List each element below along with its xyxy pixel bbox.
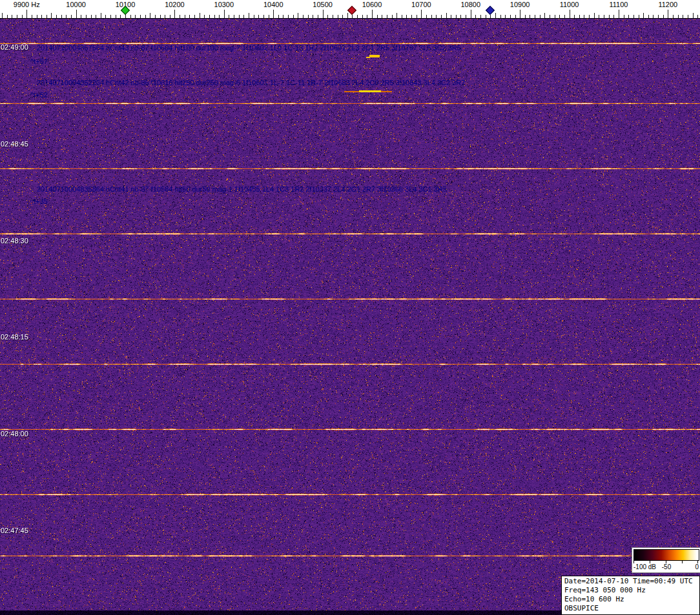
ruler-tick — [234, 15, 234, 18]
ruler-tick — [411, 15, 412, 18]
ruler-tick — [189, 15, 190, 18]
blue-diamond-icon[interactable] — [486, 6, 495, 15]
ruler-tick — [624, 15, 624, 18]
ruler-tick — [46, 15, 47, 18]
ruler-tick — [683, 15, 683, 18]
ruler-tick — [372, 10, 373, 18]
ruler-tick — [387, 15, 387, 18]
ruler-tick — [599, 15, 599, 18]
ruler-tick — [613, 15, 614, 18]
info-echo-frequency: Echo=10 600 Hz — [564, 595, 697, 604]
ruler-tick — [269, 15, 269, 18]
ruler-tick — [505, 15, 506, 18]
ruler-tick — [347, 13, 348, 18]
ruler-tick — [362, 15, 363, 18]
ruler-tick — [120, 15, 121, 18]
ruler-tick — [441, 15, 442, 18]
legend-tick — [697, 561, 698, 563]
ruler-tick — [61, 15, 62, 18]
ruler-tick — [480, 15, 481, 18]
ruler-tick — [194, 15, 195, 18]
ruler-tick — [460, 15, 461, 18]
spectrogram-canvas[interactable] — [0, 18, 700, 615]
ruler-tick — [170, 15, 170, 18]
ruler-tick — [653, 15, 654, 18]
ruler-tick — [333, 15, 333, 18]
ruler-tick — [515, 15, 516, 18]
ruler-tick — [540, 15, 540, 18]
ruler-tick — [298, 13, 298, 18]
ruler-tick — [619, 10, 619, 18]
echo-detection-annotation: 20140710004857564 hCnt43 nb-87 f10604 hi… — [37, 44, 461, 52]
ruler-tick — [41, 15, 42, 18]
ruler-tick — [209, 15, 210, 18]
ruler-tick — [17, 15, 17, 18]
ruler-tick — [308, 15, 309, 18]
ruler-tick — [633, 15, 634, 18]
ruler-tick — [658, 15, 659, 18]
ruler-tick — [668, 10, 668, 18]
ruler-tick — [110, 15, 111, 18]
ruler-tick — [91, 15, 92, 18]
ruler-tick — [323, 10, 324, 18]
ruler-tick — [51, 13, 52, 18]
ruler-tick — [66, 15, 67, 18]
ruler-tick — [431, 15, 432, 18]
ruler-tick — [174, 10, 175, 18]
ruler-tick — [663, 15, 664, 18]
legend-tick — [633, 561, 634, 563]
ruler-tick — [26, 10, 27, 18]
ruler-tick — [293, 15, 294, 18]
ruler-tick — [180, 15, 180, 18]
ruler-tick — [495, 13, 496, 18]
ruler-tick — [589, 15, 590, 18]
ruler-frequency-label: 10500 — [313, 1, 333, 8]
ruler-tick — [406, 15, 407, 18]
ruler-tick — [273, 10, 274, 18]
ruler-tick — [2, 13, 3, 18]
ruler-tick — [278, 15, 279, 18]
ruler-tick — [544, 13, 545, 18]
ruler-tick — [140, 15, 141, 18]
time-axis-label: 02:48:45 — [1, 140, 28, 148]
ruler-tick — [648, 15, 649, 18]
ruler-tick — [318, 15, 318, 18]
ruler-tick — [367, 15, 367, 18]
ruler-tick — [678, 15, 679, 18]
ruler-tick — [258, 15, 259, 18]
time-axis-label: 02:48:15 — [1, 333, 28, 341]
intensity-scale-legend: -100 dB -50 0 — [632, 547, 700, 573]
ruler-tick — [105, 15, 106, 18]
ruler-tick — [101, 13, 101, 18]
ruler-tick — [37, 15, 37, 18]
ruler-tick — [466, 15, 466, 18]
ruler-tick — [239, 15, 240, 18]
info-station-id: OBSUPICE — [564, 604, 697, 613]
ruler-tick — [564, 15, 565, 18]
ruler-tick — [579, 15, 580, 18]
ruler-tick — [204, 15, 205, 18]
frequency-ruler: 9900 Hz100001010010200103001040010500106… — [0, 0, 700, 19]
time-axis-label: 02:47:45 — [1, 527, 28, 534]
ruler-tick — [530, 15, 530, 18]
echo-time-offset-label: ^t+57 — [30, 57, 48, 65]
ruler-tick — [96, 15, 96, 18]
time-axis-label: 02:48:30 — [1, 237, 28, 245]
ruler-tick — [570, 10, 570, 18]
echo-time-offset-label: ^t+35 — [30, 197, 48, 205]
ruler-tick — [288, 15, 289, 18]
ruler-tick — [254, 15, 254, 18]
ruler-tick — [510, 15, 511, 18]
ruler-tick — [421, 10, 422, 18]
legend-label-max: 0 — [695, 563, 699, 570]
ruler-tick — [342, 15, 343, 18]
ruler-tick — [283, 15, 283, 18]
spectrogram-waterfall: -100 dB -50 0 Date=2014-07-10 Time=00:49… — [0, 18, 700, 615]
red-diamond-icon[interactable] — [347, 6, 356, 15]
ruler-frequency-label: 11200 — [658, 1, 677, 8]
ruler-tick — [145, 15, 146, 18]
ruler-tick — [12, 15, 12, 18]
ruler-frequency-label: 11100 — [609, 1, 628, 8]
ruler-tick — [56, 15, 57, 18]
ruler-frequency-label: 11000 — [560, 1, 579, 8]
